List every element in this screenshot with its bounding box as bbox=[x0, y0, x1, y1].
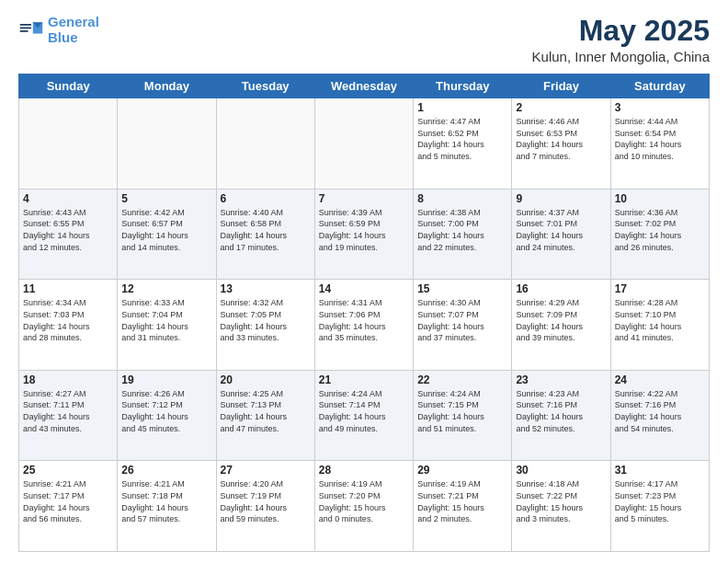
day-number: 24 bbox=[615, 373, 705, 386]
logo-line2: Blue bbox=[48, 30, 99, 46]
day-info: Sunrise: 4:18 AM Sunset: 7:22 PM Dayligh… bbox=[516, 478, 606, 524]
calendar-cell: 20Sunrise: 4:25 AM Sunset: 7:13 PM Dayli… bbox=[216, 370, 314, 461]
calendar-cell: 21Sunrise: 4:24 AM Sunset: 7:14 PM Dayli… bbox=[314, 370, 413, 461]
day-number: 9 bbox=[516, 192, 606, 205]
day-header-tuesday: Tuesday bbox=[216, 75, 314, 98]
day-number: 4 bbox=[23, 192, 113, 205]
calendar-cell: 3Sunrise: 4:44 AM Sunset: 6:54 PM Daylig… bbox=[610, 98, 709, 190]
day-header-monday: Monday bbox=[118, 75, 216, 98]
calendar-cell: 31Sunrise: 4:17 AM Sunset: 7:23 PM Dayli… bbox=[610, 461, 709, 552]
day-number: 11 bbox=[23, 282, 113, 295]
calendar-cell: 26Sunrise: 4:21 AM Sunset: 7:18 PM Dayli… bbox=[118, 461, 216, 552]
day-info: Sunrise: 4:17 AM Sunset: 7:23 PM Dayligh… bbox=[615, 478, 705, 524]
day-info: Sunrise: 4:21 AM Sunset: 7:18 PM Dayligh… bbox=[121, 478, 211, 524]
calendar-cell: 22Sunrise: 4:24 AM Sunset: 7:15 PM Dayli… bbox=[414, 370, 512, 461]
svg-rect-3 bbox=[20, 24, 31, 26]
calendar-cell: 30Sunrise: 4:18 AM Sunset: 7:22 PM Dayli… bbox=[512, 461, 610, 552]
calendar-week-3: 11Sunrise: 4:34 AM Sunset: 7:03 PM Dayli… bbox=[19, 280, 710, 371]
day-info: Sunrise: 4:40 AM Sunset: 6:58 PM Dayligh… bbox=[221, 207, 311, 253]
day-info: Sunrise: 4:43 AM Sunset: 6:55 PM Dayligh… bbox=[23, 207, 113, 253]
day-number: 16 bbox=[516, 282, 606, 295]
day-info: Sunrise: 4:31 AM Sunset: 7:06 PM Dayligh… bbox=[319, 297, 409, 343]
day-info: Sunrise: 4:25 AM Sunset: 7:13 PM Dayligh… bbox=[221, 388, 311, 434]
calendar-table: SundayMondayTuesdayWednesdayThursdayFrid… bbox=[18, 74, 710, 552]
day-info: Sunrise: 4:32 AM Sunset: 7:05 PM Dayligh… bbox=[221, 297, 311, 343]
calendar-cell: 7Sunrise: 4:39 AM Sunset: 6:59 PM Daylig… bbox=[314, 189, 413, 280]
day-info: Sunrise: 4:28 AM Sunset: 7:10 PM Dayligh… bbox=[615, 297, 705, 343]
day-info: Sunrise: 4:37 AM Sunset: 7:01 PM Dayligh… bbox=[516, 207, 606, 253]
day-number: 22 bbox=[417, 373, 507, 386]
day-info: Sunrise: 4:39 AM Sunset: 6:59 PM Dayligh… bbox=[319, 207, 409, 253]
day-header-wednesday: Wednesday bbox=[314, 75, 413, 98]
calendar-cell: 18Sunrise: 4:27 AM Sunset: 7:11 PM Dayli… bbox=[19, 370, 118, 461]
day-number: 7 bbox=[319, 192, 409, 205]
day-number: 28 bbox=[319, 464, 409, 477]
day-number: 1 bbox=[417, 101, 507, 114]
page: General Blue May 2025 Kulun, Inner Mongo… bbox=[0, 0, 728, 563]
calendar-cell: 1Sunrise: 4:47 AM Sunset: 6:52 PM Daylig… bbox=[414, 98, 512, 190]
day-info: Sunrise: 4:29 AM Sunset: 7:09 PM Dayligh… bbox=[516, 297, 606, 343]
day-info: Sunrise: 4:24 AM Sunset: 7:15 PM Dayligh… bbox=[417, 388, 507, 434]
calendar-week-1: 1Sunrise: 4:47 AM Sunset: 6:52 PM Daylig… bbox=[19, 98, 710, 190]
day-header-sunday: Sunday bbox=[19, 75, 118, 98]
day-info: Sunrise: 4:38 AM Sunset: 7:00 PM Dayligh… bbox=[417, 207, 507, 253]
calendar-cell: 8Sunrise: 4:38 AM Sunset: 7:00 PM Daylig… bbox=[414, 189, 512, 280]
day-info: Sunrise: 4:26 AM Sunset: 7:12 PM Dayligh… bbox=[121, 388, 211, 434]
day-number: 17 bbox=[615, 282, 705, 295]
logo-line1: General bbox=[48, 14, 99, 29]
day-header-friday: Friday bbox=[512, 75, 610, 98]
calendar-cell: 16Sunrise: 4:29 AM Sunset: 7:09 PM Dayli… bbox=[512, 280, 610, 371]
day-info: Sunrise: 4:44 AM Sunset: 6:54 PM Dayligh… bbox=[615, 116, 705, 162]
calendar-cell: 25Sunrise: 4:21 AM Sunset: 7:17 PM Dayli… bbox=[19, 461, 118, 552]
logo-text: General Blue bbox=[48, 15, 99, 45]
day-info: Sunrise: 4:20 AM Sunset: 7:19 PM Dayligh… bbox=[221, 478, 311, 524]
day-info: Sunrise: 4:42 AM Sunset: 6:57 PM Dayligh… bbox=[121, 207, 211, 253]
day-number: 15 bbox=[417, 282, 507, 295]
day-number: 29 bbox=[417, 464, 507, 477]
calendar-cell: 29Sunrise: 4:19 AM Sunset: 7:21 PM Dayli… bbox=[414, 461, 512, 552]
day-number: 21 bbox=[319, 373, 409, 386]
day-number: 27 bbox=[221, 464, 311, 477]
calendar-cell: 11Sunrise: 4:34 AM Sunset: 7:03 PM Dayli… bbox=[19, 280, 118, 371]
calendar-week-5: 25Sunrise: 4:21 AM Sunset: 7:17 PM Dayli… bbox=[19, 461, 710, 552]
title-block: May 2025 Kulun, Inner Mongolia, China bbox=[532, 15, 710, 64]
calendar-cell: 23Sunrise: 4:23 AM Sunset: 7:16 PM Dayli… bbox=[512, 370, 610, 461]
calendar-cell: 12Sunrise: 4:33 AM Sunset: 7:04 PM Dayli… bbox=[118, 280, 216, 371]
header: General Blue May 2025 Kulun, Inner Mongo… bbox=[18, 15, 710, 64]
day-number: 18 bbox=[23, 373, 113, 386]
calendar-cell: 10Sunrise: 4:36 AM Sunset: 7:02 PM Dayli… bbox=[610, 189, 709, 280]
day-info: Sunrise: 4:27 AM Sunset: 7:11 PM Dayligh… bbox=[23, 388, 113, 434]
day-info: Sunrise: 4:24 AM Sunset: 7:14 PM Dayligh… bbox=[319, 388, 409, 434]
day-number: 26 bbox=[121, 464, 211, 477]
day-info: Sunrise: 4:21 AM Sunset: 7:17 PM Dayligh… bbox=[23, 478, 113, 524]
day-info: Sunrise: 4:30 AM Sunset: 7:07 PM Dayligh… bbox=[417, 297, 507, 343]
day-info: Sunrise: 4:33 AM Sunset: 7:04 PM Dayligh… bbox=[121, 297, 211, 343]
day-info: Sunrise: 4:22 AM Sunset: 7:16 PM Dayligh… bbox=[615, 388, 705, 434]
calendar-cell bbox=[19, 98, 118, 190]
day-info: Sunrise: 4:36 AM Sunset: 7:02 PM Dayligh… bbox=[615, 207, 705, 253]
svg-rect-4 bbox=[20, 27, 31, 29]
calendar-cell: 2Sunrise: 4:46 AM Sunset: 6:53 PM Daylig… bbox=[512, 98, 610, 190]
day-info: Sunrise: 4:46 AM Sunset: 6:53 PM Dayligh… bbox=[516, 116, 606, 162]
day-info: Sunrise: 4:34 AM Sunset: 7:03 PM Dayligh… bbox=[23, 297, 113, 343]
svg-rect-5 bbox=[20, 30, 28, 32]
day-number: 19 bbox=[121, 373, 211, 386]
calendar-cell: 5Sunrise: 4:42 AM Sunset: 6:57 PM Daylig… bbox=[118, 189, 216, 280]
day-number: 20 bbox=[221, 373, 311, 386]
day-number: 14 bbox=[319, 282, 409, 295]
day-number: 3 bbox=[615, 101, 705, 114]
day-number: 31 bbox=[615, 464, 705, 477]
main-title: May 2025 bbox=[532, 15, 710, 47]
calendar-cell: 27Sunrise: 4:20 AM Sunset: 7:19 PM Dayli… bbox=[216, 461, 314, 552]
day-header-thursday: Thursday bbox=[414, 75, 512, 98]
calendar-cell bbox=[118, 98, 216, 190]
day-header-saturday: Saturday bbox=[610, 75, 709, 98]
calendar-cell bbox=[216, 98, 314, 190]
calendar-cell: 4Sunrise: 4:43 AM Sunset: 6:55 PM Daylig… bbox=[19, 189, 118, 280]
logo: General Blue bbox=[18, 15, 99, 45]
day-number: 8 bbox=[417, 192, 507, 205]
calendar-header-row: SundayMondayTuesdayWednesdayThursdayFrid… bbox=[19, 75, 710, 98]
calendar-week-2: 4Sunrise: 4:43 AM Sunset: 6:55 PM Daylig… bbox=[19, 189, 710, 280]
calendar-cell: 17Sunrise: 4:28 AM Sunset: 7:10 PM Dayli… bbox=[610, 280, 709, 371]
calendar-cell: 13Sunrise: 4:32 AM Sunset: 7:05 PM Dayli… bbox=[216, 280, 314, 371]
